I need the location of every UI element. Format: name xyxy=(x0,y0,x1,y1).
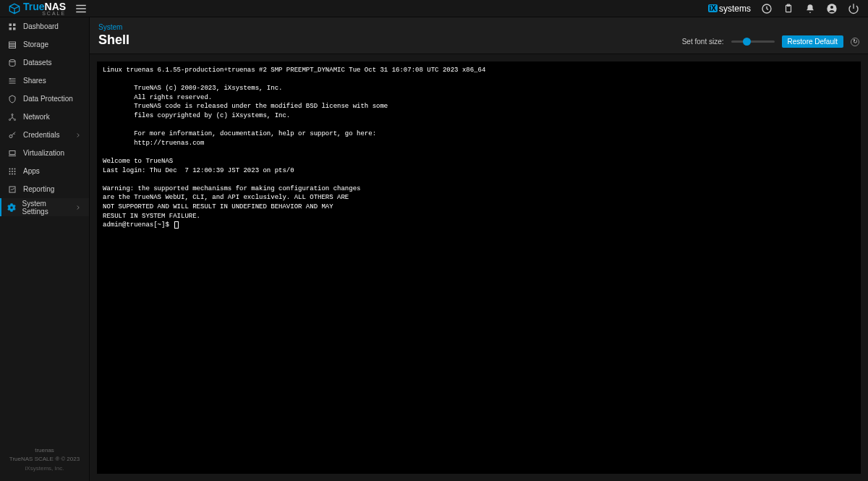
product-logo[interactable]: TrueNAS SCALE xyxy=(9,1,66,16)
network-icon xyxy=(7,112,17,122)
page-header: System Shell Set font size: Restore Defa… xyxy=(90,17,868,54)
shares-icon xyxy=(7,76,17,86)
svg-point-18 xyxy=(12,114,13,115)
page-title: Shell xyxy=(98,33,129,48)
logo-mark-icon xyxy=(9,3,20,14)
power-icon[interactable] xyxy=(848,3,859,14)
svg-rect-22 xyxy=(9,150,15,154)
sidebar-item-label: Apps xyxy=(23,167,40,175)
sidebar-item-label: Network xyxy=(23,113,50,121)
topbar: TrueNAS SCALE iXsystems xyxy=(0,0,868,17)
sidebar: Dashboard Storage Datasets Shares Data P… xyxy=(0,17,90,481)
svg-rect-15 xyxy=(9,46,16,48)
logo-text: TrueNAS SCALE xyxy=(23,1,66,16)
shield-icon xyxy=(7,94,17,104)
sidebar-item-label: Shares xyxy=(23,77,46,85)
svg-point-29 xyxy=(9,173,11,174)
svg-point-20 xyxy=(14,119,16,120)
svg-rect-11 xyxy=(9,27,12,30)
svg-point-7 xyxy=(830,6,833,9)
ixsystems-logo[interactable]: iXsystems xyxy=(708,4,751,14)
sidebar-item-label: Reporting xyxy=(23,185,54,193)
svg-point-31 xyxy=(14,173,16,174)
sidebar-item-apps[interactable]: Apps xyxy=(0,162,89,180)
sidebar-item-datasets[interactable]: Datasets xyxy=(0,54,89,72)
datasets-icon xyxy=(7,58,17,68)
sidebar-item-label: Credentials xyxy=(23,131,60,139)
sidebar-item-label: Virtualization xyxy=(23,149,64,157)
sidebar-item-network[interactable]: Network xyxy=(0,108,89,126)
sidebar-item-label: System Settings xyxy=(22,200,69,216)
sidebar-item-shares[interactable]: Shares xyxy=(0,72,89,90)
sidebar-item-dashboard[interactable]: Dashboard xyxy=(0,17,89,35)
font-size-slider[interactable] xyxy=(731,41,775,43)
slider-thumb[interactable] xyxy=(743,38,751,46)
svg-point-23 xyxy=(9,168,11,169)
sidebar-item-credentials[interactable]: Credentials xyxy=(0,126,89,144)
terminal-cursor xyxy=(174,221,179,229)
svg-rect-9 xyxy=(9,23,12,26)
topbar-right: iXsystems xyxy=(708,3,859,14)
svg-point-17 xyxy=(10,78,11,79)
bell-icon[interactable] xyxy=(804,3,816,14)
footer-version: TrueNAS SCALE ® © 2023 xyxy=(3,455,86,464)
sidebar-item-label: Data Protection xyxy=(23,95,73,103)
svg-rect-14 xyxy=(9,44,16,46)
laptop-icon xyxy=(7,148,17,158)
svg-point-28 xyxy=(14,171,16,172)
dashboard-icon xyxy=(7,22,17,32)
svg-point-16 xyxy=(9,59,15,61)
sidebar-item-reporting[interactable]: Reporting xyxy=(0,180,89,198)
account-icon[interactable] xyxy=(826,3,838,14)
reconnect-icon[interactable]: ↻ xyxy=(851,38,859,46)
chart-icon xyxy=(7,184,17,195)
sidebar-item-data-protection[interactable]: Data Protection xyxy=(0,90,89,108)
sidebar-item-label: Storage xyxy=(23,41,48,48)
footer-company[interactable]: iXsystems, Inc. xyxy=(3,464,86,474)
terminal-prompt: admin@truenas[~]$ xyxy=(103,221,173,229)
svg-rect-13 xyxy=(9,42,16,44)
svg-point-27 xyxy=(12,171,13,172)
gear-icon xyxy=(7,203,17,213)
hamburger-menu-icon[interactable] xyxy=(75,2,88,15)
font-size-label: Set font size: xyxy=(682,38,724,46)
breadcrumb[interactable]: System xyxy=(98,23,129,31)
key-icon xyxy=(7,130,17,140)
chevron-right-icon xyxy=(75,204,82,211)
storage-icon xyxy=(7,40,17,50)
footer-hostname: truenas xyxy=(3,446,86,456)
terminal-output: Linux truenas 6.1.55-production+truenas … xyxy=(103,67,485,220)
svg-point-19 xyxy=(9,119,11,120)
status-icon[interactable] xyxy=(761,3,773,14)
clipboard-icon[interactable] xyxy=(783,3,794,14)
sidebar-item-system-settings[interactable]: System Settings xyxy=(0,198,89,216)
svg-rect-12 xyxy=(13,27,16,30)
sidebar-item-label: Datasets xyxy=(23,59,51,67)
svg-point-30 xyxy=(12,173,13,174)
sidebar-footer: truenas TrueNAS SCALE ® © 2023 iXsystems… xyxy=(0,442,89,481)
svg-point-24 xyxy=(12,168,13,169)
svg-point-21 xyxy=(9,135,12,137)
sidebar-item-storage[interactable]: Storage xyxy=(0,35,89,54)
svg-point-26 xyxy=(9,171,11,172)
chevron-right-icon xyxy=(75,132,82,139)
terminal[interactable]: Linux truenas 6.1.55-production+truenas … xyxy=(97,61,861,474)
sidebar-item-virtualization[interactable]: Virtualization xyxy=(0,144,89,162)
sidebar-item-label: Dashboard xyxy=(23,22,59,30)
svg-point-25 xyxy=(14,168,16,169)
topbar-left: TrueNAS SCALE xyxy=(9,1,88,16)
apps-icon xyxy=(7,166,17,176)
restore-default-button[interactable]: Restore Default xyxy=(782,35,843,48)
svg-rect-10 xyxy=(13,23,16,26)
main-content: System Shell Set font size: Restore Defa… xyxy=(90,17,868,481)
